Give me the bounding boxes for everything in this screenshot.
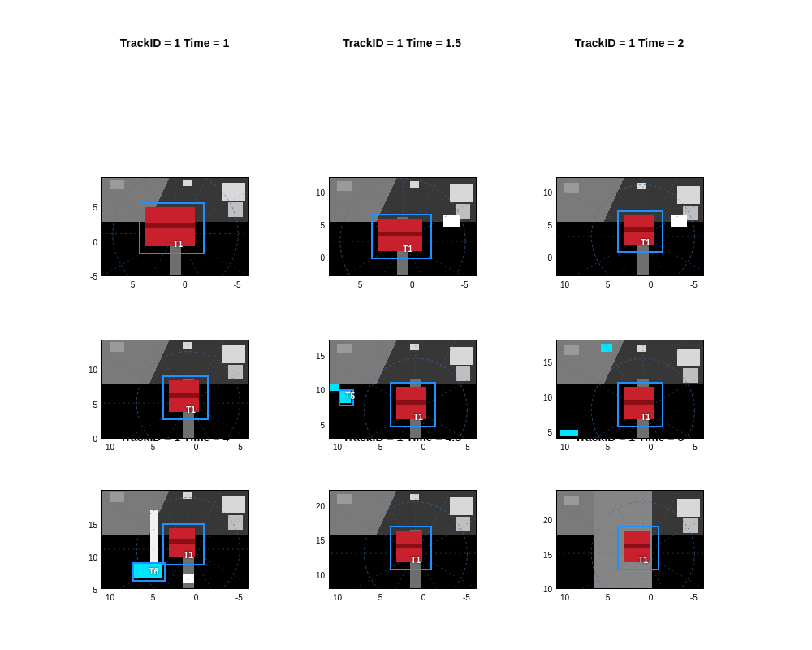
track-box: [139, 202, 205, 254]
panel-title: TrackID = 1 Time = 1: [120, 37, 229, 50]
y-tick: 15: [309, 351, 325, 360]
panel-axes: T1: [556, 490, 704, 589]
y-tick: 10: [536, 393, 552, 402]
x-tick: 0: [421, 593, 426, 602]
y-tick: 10: [309, 386, 325, 395]
y-tick: 15: [536, 550, 552, 559]
x-tick: -5: [235, 593, 243, 602]
panel-axes: T1: [102, 340, 249, 439]
track-label: T1: [638, 556, 648, 565]
x-tick: 10: [106, 593, 114, 602]
x-tick: 0: [649, 593, 654, 602]
x-tick: -5: [463, 593, 470, 602]
track-label: T1: [641, 238, 650, 247]
track-label: T6: [149, 567, 158, 576]
panel-title: TrackID = 1 Time = 1.5: [343, 37, 461, 50]
track-label: T1: [411, 556, 421, 565]
y-tick: -5: [81, 272, 97, 281]
x-tick: 0: [194, 593, 199, 602]
x-tick: 5: [131, 280, 136, 289]
x-tick: 0: [649, 443, 654, 452]
y-tick: 10: [309, 571, 325, 580]
track-label: T5: [345, 392, 355, 401]
y-tick: 15: [81, 521, 97, 530]
y-tick: 15: [536, 358, 552, 367]
track-label: T1: [186, 405, 196, 414]
x-tick: 5: [151, 443, 156, 452]
x-tick: 10: [560, 593, 569, 602]
panel-axes: T1: [329, 490, 477, 589]
y-tick: 0: [536, 254, 552, 262]
track-label: T1: [641, 413, 650, 422]
y-tick: 10: [81, 553, 97, 562]
x-tick: 5: [378, 443, 383, 452]
x-tick: 5: [606, 593, 611, 602]
y-tick: 15: [309, 536, 325, 545]
panel-axes: T1: [556, 340, 704, 439]
x-tick: -5: [463, 443, 470, 452]
y-tick: 0: [81, 435, 97, 444]
x-tick: 0: [649, 280, 654, 289]
y-tick: 20: [536, 515, 552, 524]
x-tick: 5: [358, 280, 363, 289]
x-tick: -5: [235, 443, 243, 452]
x-tick: 5: [606, 280, 611, 289]
panel-axes: T1T6: [102, 490, 249, 589]
track-label: T1: [413, 413, 423, 422]
x-tick: 10: [333, 443, 342, 452]
y-tick: 10: [309, 188, 325, 197]
y-tick: 5: [536, 427, 552, 436]
x-tick: 5: [378, 593, 383, 602]
x-tick: -5: [690, 593, 698, 602]
x-tick: 0: [421, 443, 426, 452]
x-tick: -5: [461, 280, 469, 289]
x-tick: 0: [194, 443, 199, 452]
track-label: T1: [173, 240, 183, 249]
x-tick: 10: [560, 280, 569, 289]
y-tick: 0: [309, 254, 325, 262]
x-tick: -5: [690, 443, 698, 452]
x-tick: 5: [606, 443, 611, 452]
y-tick: 5: [309, 421, 325, 430]
y-tick: 5: [81, 586, 97, 595]
y-tick: 5: [536, 221, 552, 230]
x-tick: -5: [690, 280, 698, 289]
y-tick: 10: [81, 365, 97, 374]
x-tick: 0: [183, 280, 188, 289]
panel-axes: T1: [556, 177, 704, 276]
y-tick: 10: [536, 585, 552, 594]
y-tick: 20: [309, 501, 325, 510]
panel-axes: T1T5: [329, 340, 477, 439]
track-box: [371, 214, 432, 259]
y-tick: 5: [81, 202, 97, 211]
track-label: T1: [403, 245, 412, 254]
track-label: T1: [184, 551, 193, 560]
panel-title: TrackID = 1 Time = 2: [575, 37, 684, 50]
x-tick: -5: [234, 280, 241, 289]
y-tick: 5: [81, 400, 97, 409]
x-tick: 10: [333, 593, 342, 602]
panel-axes: T1: [102, 177, 249, 276]
panel-axes: T1: [329, 177, 477, 276]
x-tick: 0: [410, 280, 415, 289]
x-tick: 10: [106, 443, 114, 452]
y-tick: 0: [81, 237, 97, 246]
y-tick: 5: [309, 221, 325, 230]
x-tick: 5: [151, 593, 156, 602]
x-tick: 10: [560, 443, 569, 452]
y-tick: 10: [536, 188, 552, 197]
